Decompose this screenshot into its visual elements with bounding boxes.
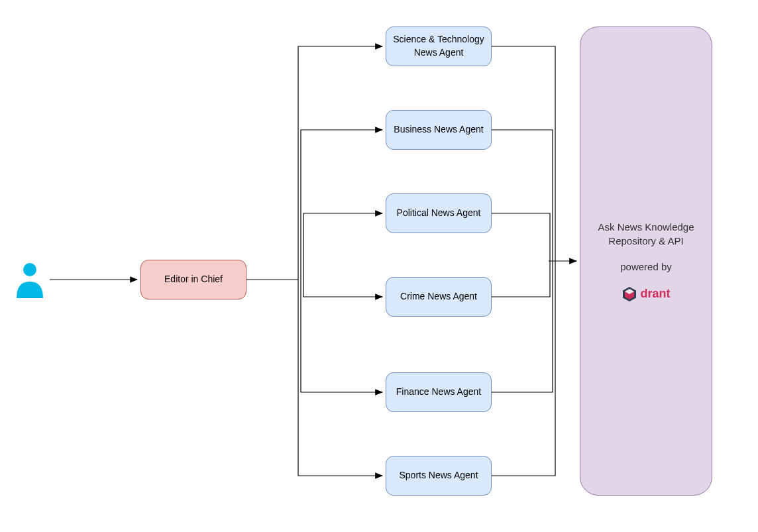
repository-node: Ask News Knowledge Repository & API powe… (580, 27, 712, 496)
edge-agent5-repo (492, 261, 555, 476)
agent-label: Crime News Agent (400, 290, 477, 303)
editor-in-chief-node: Editor in Chief (140, 260, 246, 299)
edge-agent4-repo (492, 261, 553, 392)
qdrant-logo-icon (622, 286, 637, 302)
edge-agent0-repo (492, 46, 555, 261)
edge-editor-agent2 (303, 213, 382, 280)
agent-node-sports: Sports News Agent (386, 456, 492, 496)
agent-node-crime: Crime News Agent (386, 277, 492, 317)
repository-title: Ask News Knowledge Repository & API (587, 220, 705, 248)
repository-powered-label: powered by (620, 260, 672, 274)
edge-editor-agent3 (303, 280, 382, 297)
agent-node-finance: Finance News Agent (386, 372, 492, 412)
edge-editor-agent4 (301, 280, 382, 392)
agent-label: Science & Technology News Agent (393, 33, 484, 59)
agent-node-scitech: Science & Technology News Agent (386, 27, 492, 66)
edge-agent1-repo (492, 130, 553, 261)
agent-label: Finance News Agent (396, 386, 481, 399)
editor-label: Editor in Chief (164, 273, 223, 286)
agent-label: Business News Agent (394, 123, 483, 136)
agent-label: Sports News Agent (399, 469, 478, 482)
qdrant-logo: drant (622, 286, 671, 302)
agent-node-business: Business News Agent (386, 110, 492, 150)
edge-agent3-repo (492, 261, 550, 297)
agent-node-political: Political News Agent (386, 193, 492, 233)
edge-editor-agent5 (298, 280, 382, 476)
edge-editor-agent1 (301, 130, 382, 280)
edge-editor-agent0 (298, 46, 382, 280)
edge-agent2-repo (492, 213, 550, 261)
svg-point-0 (23, 263, 36, 276)
qdrant-brand-text: drant (641, 286, 671, 302)
agent-label: Political News Agent (397, 207, 481, 220)
user-actor-icon (13, 262, 46, 298)
